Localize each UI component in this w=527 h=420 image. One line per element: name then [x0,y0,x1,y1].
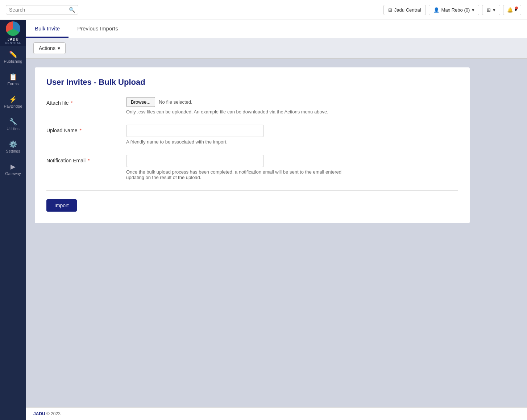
import-button[interactable]: Import [46,199,77,212]
sidebar-logo: JADU CENTRAL [0,20,26,46]
logo-sub: CENTRAL [5,41,21,45]
notification-email-hint: Once the bulk upload process has been co… [126,169,344,180]
form-card: User Invites - Bulk Upload Attach file *… [35,67,470,223]
notification-email-field: Once the bulk upload process has been co… [126,155,458,180]
settings-icon: ⚙️ [9,141,17,147]
notification-email-required: * [86,158,90,163]
search-icon-button[interactable]: 🔍 [69,7,75,13]
forms-icon: 📋 [9,74,17,80]
tab-previous-imports[interactable]: Previous Imports [69,20,127,38]
notification-button[interactable]: 🔔 ▾ [503,5,521,15]
footer-brand: JADU [33,411,45,416]
attach-file-hint: Only .csv files can be uploaded. An exam… [126,109,344,115]
notification-email-row: Notification Email * Once the bulk uploa… [46,155,458,180]
actions-bar: Actions ▾ [26,38,527,59]
header-right: ⊞ Jadu Central 👤 Max Rebo (0) ▾ ⊞ ▾ 🔔 ▾ [383,5,521,15]
sidebar-item-gateway[interactable]: ▶ Gateway [0,158,26,181]
publishing-icon: ✏️ [9,51,17,58]
page-content: User Invites - Bulk Upload Attach file *… [26,59,527,407]
form-divider [46,190,458,191]
user-icon: 👤 [433,7,439,13]
search-box: 🔍 [6,5,78,14]
user-menu-button[interactable]: 👤 Max Rebo (0) ▾ [429,5,480,15]
upload-name-input[interactable] [126,125,264,137]
chevron-down-icon: ▾ [472,7,474,13]
logo-circle-icon [6,21,20,36]
sub-header-tabs: Bulk Invite Previous Imports [26,20,527,38]
notification-email-input[interactable] [126,155,264,167]
tab-bulk-invite[interactable]: Bulk Invite [26,20,69,38]
upload-name-hint: A friendly name to be associated with th… [126,139,344,145]
grid2-icon: ⊞ [487,7,491,13]
gateway-icon: ▶ [11,163,16,170]
main-layout: JADU CENTRAL ✏️ Publishing 📋 Forms ⚡ Pay… [0,20,527,420]
upload-name-required: * [78,128,82,133]
upload-name-field: A friendly name to be associated with th… [126,125,458,145]
attach-file-row: Attach file * Browse... No file selected… [46,97,458,115]
attach-file-required: * [69,100,72,106]
notification-dot [515,7,518,9]
logo-brand: JADU [7,37,18,41]
upload-name-label: Upload Name * [46,125,126,133]
grid-icon: ⊞ [388,7,392,13]
footer-copyright: © 2023 [46,411,61,416]
paybridge-icon: ⚡ [9,96,17,103]
attach-file-label: Attach file * [46,97,126,106]
actions-button[interactable]: Actions ▾ [33,42,66,54]
sidebar: JADU CENTRAL ✏️ Publishing 📋 Forms ⚡ Pay… [0,20,26,420]
sidebar-item-publishing[interactable]: ✏️ Publishing [0,46,26,68]
footer: JADU © 2023 [26,407,527,420]
upload-name-row: Upload Name * A friendly name to be asso… [46,125,458,145]
grid-view-button[interactable]: ⊞ ▾ [482,5,500,15]
chevron-down-icon2: ▾ [493,7,495,13]
content-area: Bulk Invite Previous Imports Actions ▾ U… [26,20,527,420]
attach-file-field: Browse... No file selected. Only .csv fi… [126,97,458,115]
top-header: 🔍 ⊞ Jadu Central 👤 Max Rebo (0) ▾ ⊞ ▾ 🔔 … [0,0,527,20]
bell-icon: 🔔 [507,7,513,13]
browse-button[interactable]: Browse... [126,97,155,107]
file-row: Browse... No file selected. [126,97,458,107]
search-input[interactable] [9,7,69,13]
jadu-central-button[interactable]: ⊞ Jadu Central [383,5,426,15]
sidebar-item-utilities[interactable]: 🔧 Utilities [0,113,26,136]
file-name-display: No file selected. [159,99,192,105]
form-title: User Invites - Bulk Upload [46,78,458,87]
sidebar-item-paybridge[interactable]: ⚡ PayBridge [0,91,26,113]
actions-label: Actions [39,45,55,51]
utilities-icon: 🔧 [9,118,17,125]
notification-email-label: Notification Email * [46,155,126,163]
sidebar-item-settings[interactable]: ⚙️ Settings [0,136,26,158]
actions-dropdown-icon: ▾ [58,45,60,51]
sidebar-item-forms[interactable]: 📋 Forms [0,68,26,91]
